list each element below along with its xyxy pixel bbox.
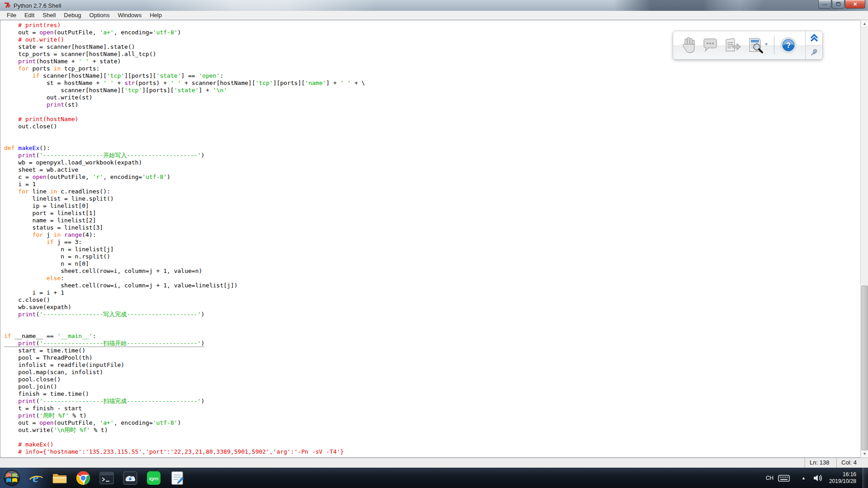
menu-item-windows[interactable]: Windows	[113, 12, 146, 19]
code-editor[interactable]: # print(res) out = open(outPutFile, 'a+'…	[0, 20, 860, 458]
code-line: status = linelist[3]	[4, 224, 860, 231]
code-line: wb.save(expath)	[4, 304, 860, 311]
code-line: if scanner[hostName]['tcp'][ports]['stat…	[4, 72, 860, 80]
hidden-icons-chevron[interactable]: ▲	[802, 476, 806, 480]
status-line-indicator: Ln: 138	[805, 458, 836, 468]
pin-icon[interactable]	[806, 46, 822, 60]
code-line: pool.join()	[4, 383, 860, 390]
speaker-icon[interactable]	[813, 474, 823, 483]
remote-app-icon[interactable]	[118, 469, 142, 487]
minimize-button[interactable]: —	[818, 0, 831, 9]
hand-icon[interactable]	[681, 36, 697, 54]
iqiyi-label: iQIYI	[149, 477, 159, 481]
code-line: for line in c.readlines():	[4, 188, 860, 195]
export-doc-icon[interactable]	[724, 37, 742, 54]
maximize-icon	[836, 2, 840, 6]
svg-text:?: ?	[786, 42, 791, 49]
code-line: # info={'hostname':'135.233.115.55','por…	[4, 448, 860, 455]
menu-item-edit[interactable]: Edit	[20, 12, 38, 19]
menu-item-options[interactable]: Options	[85, 12, 114, 19]
code-line: print('-----------------扫描完成------------…	[4, 398, 860, 405]
code-line	[4, 108, 860, 116]
code-line: pool.map(scan, infolist)	[4, 369, 860, 376]
code-line: c.close()	[4, 296, 860, 304]
start-button[interactable]	[3, 469, 21, 487]
code-line: # print(res)	[4, 22, 860, 29]
scroll-down-arrow-icon[interactable]: ▼	[861, 450, 868, 458]
code-line	[4, 318, 860, 325]
code-line: # makeEx()	[4, 441, 860, 448]
code-line: finish = time.time()	[4, 390, 860, 398]
code-line: if __name__ == '__main__':	[4, 333, 860, 340]
floating-toolbar: ?	[673, 31, 823, 60]
code-line	[4, 130, 860, 137]
code-line: wb = openpyxl.load_workbook(expath)	[4, 159, 860, 166]
menu-item-debug[interactable]: Debug	[60, 12, 85, 19]
code-line: c = open(outPutFile, 'r', encoding='utf-…	[4, 174, 860, 181]
code-line: for j in range(4):	[4, 231, 860, 239]
input-language-indicator[interactable]: CH	[766, 475, 774, 481]
code-line: infolist = readfile(inputFile)	[4, 361, 860, 369]
tray-clock[interactable]: 16:16 2019/10/28	[829, 471, 856, 485]
menu-item-shell[interactable]: Shell	[38, 12, 60, 19]
tray-time: 16:16	[829, 471, 856, 478]
code-line: name = linelist[2]	[4, 217, 860, 224]
taskbar: e	[0, 468, 868, 488]
code-line	[4, 325, 860, 333]
code-line: linelist = line.split()	[4, 195, 860, 202]
code-line: out.write('\n用时 %f' % t)	[4, 427, 860, 434]
keyboard-icon[interactable]	[778, 474, 790, 482]
code-line: start = time.time()	[4, 347, 860, 354]
menu-bar: FileEditShellDebugOptionsWindowsHelp	[0, 11, 868, 20]
ie-icon[interactable]: e	[24, 469, 48, 487]
code-line: st = hostName + ' ' + str(ports) + ' ' +…	[4, 80, 860, 87]
desktop: Python 2.7.6 Shell — ✕ FileEditShellDebu…	[0, 0, 868, 488]
iqiyi-icon[interactable]: iQIYI	[142, 469, 165, 487]
code-line: n = linelist[j]	[4, 246, 860, 253]
notes-icon[interactable]	[165, 469, 189, 487]
comment-icon[interactable]	[702, 37, 718, 53]
svg-text:e: e	[33, 470, 38, 485]
code-line: print(st)	[4, 101, 860, 108]
terminal-icon[interactable]	[95, 469, 118, 487]
code-line: pool = ThreadPool(th)	[4, 354, 860, 361]
scroll-up-arrow-icon[interactable]: ▲	[861, 20, 868, 28]
doc-preview-icon[interactable]	[747, 36, 769, 54]
code-line: # print(hostName)	[4, 116, 860, 123]
code-line: print('-----------------开始写入------------…	[4, 152, 860, 159]
code-line: i = 1	[4, 181, 860, 188]
code-line: def makeEx():	[4, 145, 860, 152]
system-tray: CH ▲ 16:16 2019/10/28	[766, 468, 868, 488]
window-title: Python 2.7.6 Shell	[14, 2, 61, 9]
code-line: sheet = wb.active	[4, 166, 860, 174]
title-bar[interactable]: Python 2.7.6 Shell — ✕	[0, 0, 868, 11]
chrome-icon[interactable]	[71, 469, 95, 487]
menu-item-file[interactable]: File	[3, 12, 20, 19]
toolbar-separator	[774, 36, 774, 54]
code-line: scanner[hostName]['tcp'][ports]['state']…	[4, 87, 860, 94]
close-button[interactable]: ✕	[845, 0, 865, 9]
code-line: sheet.cell(row=i, column=j + 1, value=li…	[4, 282, 860, 289]
collapse-icon[interactable]	[806, 31, 822, 46]
show-desktop-button[interactable]	[863, 468, 868, 488]
code-line: sheet.cell(row=i, column=j + 1, value=n)	[4, 267, 860, 275]
code-line: else:	[4, 275, 860, 282]
code-line: n = n.rsplit()	[4, 253, 860, 260]
tray-date: 2019/10/28	[829, 478, 856, 485]
code-line	[4, 434, 860, 441]
help-icon[interactable]: ?	[780, 37, 797, 54]
code-line: print('-----------------写入完成------------…	[4, 311, 860, 318]
menu-item-help[interactable]: Help	[146, 12, 166, 19]
code-line: port = linelist[1]	[4, 210, 860, 217]
code-line: out.write(st)	[4, 94, 860, 101]
status-col-indicator: Col: 4	[836, 458, 868, 468]
code-line: t = finish - start	[4, 405, 860, 412]
explorer-icon[interactable]	[48, 469, 71, 487]
code-line: if j == 3:	[4, 239, 860, 246]
status-bar: Ln: 138 Col: 4	[0, 458, 868, 468]
vertical-scrollbar[interactable]: ▲ ▼	[860, 20, 868, 458]
scrollbar-thumb[interactable]	[861, 286, 868, 450]
maximize-button[interactable]	[832, 0, 844, 9]
code-line	[4, 137, 860, 145]
code-line: print('-----------------扫描开始------------…	[4, 340, 860, 347]
